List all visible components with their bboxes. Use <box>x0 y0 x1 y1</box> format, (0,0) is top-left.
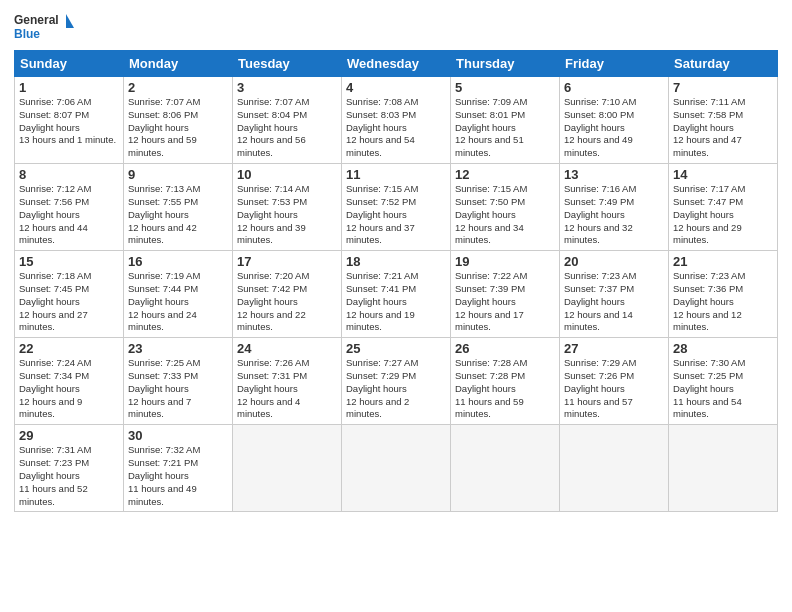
calendar-cell: 22Sunrise: 7:24 AMSunset: 7:34 PMDayligh… <box>15 338 124 425</box>
calendar-cell: 24Sunrise: 7:26 AMSunset: 7:31 PMDayligh… <box>233 338 342 425</box>
calendar-cell: 19Sunrise: 7:22 AMSunset: 7:39 PMDayligh… <box>451 251 560 338</box>
calendar-cell: 30Sunrise: 7:32 AMSunset: 7:21 PMDayligh… <box>124 425 233 512</box>
svg-marker-2 <box>66 14 74 28</box>
day-of-week-header: Wednesday <box>342 51 451 77</box>
calendar-cell: 3Sunrise: 7:07 AMSunset: 8:04 PMDaylight… <box>233 77 342 164</box>
calendar-cell <box>342 425 451 512</box>
calendar-cell <box>669 425 778 512</box>
day-of-week-header: Saturday <box>669 51 778 77</box>
calendar-cell: 28Sunrise: 7:30 AMSunset: 7:25 PMDayligh… <box>669 338 778 425</box>
calendar-cell: 7Sunrise: 7:11 AMSunset: 7:58 PMDaylight… <box>669 77 778 164</box>
svg-text:General: General <box>14 13 59 27</box>
calendar-cell: 10Sunrise: 7:14 AMSunset: 7:53 PMDayligh… <box>233 164 342 251</box>
logo: General Blue <box>14 10 74 46</box>
calendar-cell <box>451 425 560 512</box>
calendar-cell: 17Sunrise: 7:20 AMSunset: 7:42 PMDayligh… <box>233 251 342 338</box>
calendar-cell: 12Sunrise: 7:15 AMSunset: 7:50 PMDayligh… <box>451 164 560 251</box>
calendar-cell: 13Sunrise: 7:16 AMSunset: 7:49 PMDayligh… <box>560 164 669 251</box>
calendar-cell: 26Sunrise: 7:28 AMSunset: 7:28 PMDayligh… <box>451 338 560 425</box>
calendar-cell: 14Sunrise: 7:17 AMSunset: 7:47 PMDayligh… <box>669 164 778 251</box>
calendar-cell: 6Sunrise: 7:10 AMSunset: 8:00 PMDaylight… <box>560 77 669 164</box>
svg-text:Blue: Blue <box>14 27 40 41</box>
calendar-cell: 27Sunrise: 7:29 AMSunset: 7:26 PMDayligh… <box>560 338 669 425</box>
calendar-cell: 18Sunrise: 7:21 AMSunset: 7:41 PMDayligh… <box>342 251 451 338</box>
day-of-week-header: Thursday <box>451 51 560 77</box>
calendar-cell: 21Sunrise: 7:23 AMSunset: 7:36 PMDayligh… <box>669 251 778 338</box>
calendar-cell: 11Sunrise: 7:15 AMSunset: 7:52 PMDayligh… <box>342 164 451 251</box>
calendar-cell: 25Sunrise: 7:27 AMSunset: 7:29 PMDayligh… <box>342 338 451 425</box>
day-of-week-header: Tuesday <box>233 51 342 77</box>
day-of-week-header: Friday <box>560 51 669 77</box>
calendar-cell: 2Sunrise: 7:07 AMSunset: 8:06 PMDaylight… <box>124 77 233 164</box>
calendar-cell: 4Sunrise: 7:08 AMSunset: 8:03 PMDaylight… <box>342 77 451 164</box>
calendar-cell: 29Sunrise: 7:31 AMSunset: 7:23 PMDayligh… <box>15 425 124 512</box>
calendar-cell: 9Sunrise: 7:13 AMSunset: 7:55 PMDaylight… <box>124 164 233 251</box>
calendar-cell: 16Sunrise: 7:19 AMSunset: 7:44 PMDayligh… <box>124 251 233 338</box>
calendar-cell <box>233 425 342 512</box>
day-of-week-header: Monday <box>124 51 233 77</box>
calendar-cell <box>560 425 669 512</box>
calendar-cell: 5Sunrise: 7:09 AMSunset: 8:01 PMDaylight… <box>451 77 560 164</box>
calendar-cell: 23Sunrise: 7:25 AMSunset: 7:33 PMDayligh… <box>124 338 233 425</box>
calendar-cell: 8Sunrise: 7:12 AMSunset: 7:56 PMDaylight… <box>15 164 124 251</box>
calendar-cell: 20Sunrise: 7:23 AMSunset: 7:37 PMDayligh… <box>560 251 669 338</box>
calendar-cell: 15Sunrise: 7:18 AMSunset: 7:45 PMDayligh… <box>15 251 124 338</box>
day-of-week-header: Sunday <box>15 51 124 77</box>
calendar-cell: 1Sunrise: 7:06 AMSunset: 8:07 PMDaylight… <box>15 77 124 164</box>
